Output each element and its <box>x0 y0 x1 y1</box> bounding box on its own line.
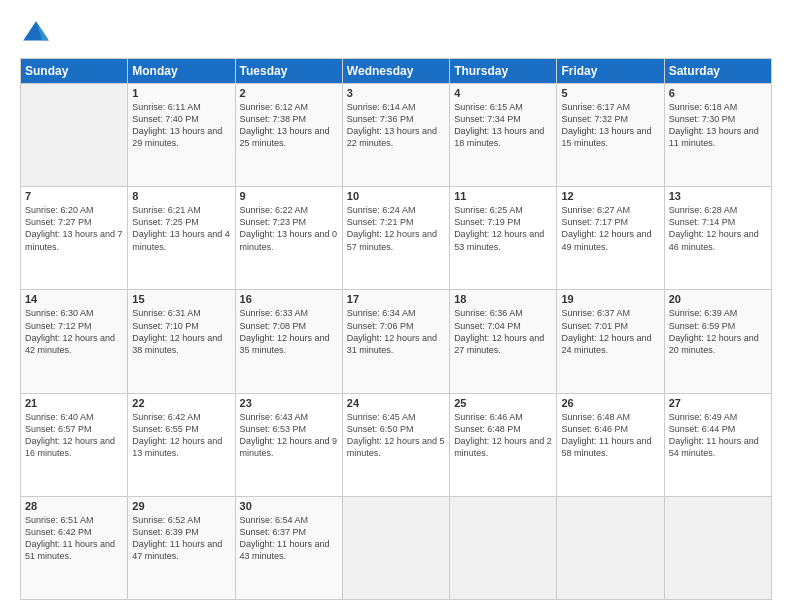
calendar-cell: 26Sunrise: 6:48 AMSunset: 6:46 PMDayligh… <box>557 393 664 496</box>
calendar-cell: 9Sunrise: 6:22 AMSunset: 7:23 PMDaylight… <box>235 187 342 290</box>
weekday-header: Saturday <box>664 59 771 84</box>
calendar-week-row: 21Sunrise: 6:40 AMSunset: 6:57 PMDayligh… <box>21 393 772 496</box>
cell-details: Sunrise: 6:28 AMSunset: 7:14 PMDaylight:… <box>669 204 767 253</box>
cell-details: Sunrise: 6:39 AMSunset: 6:59 PMDaylight:… <box>669 307 767 356</box>
calendar-cell <box>342 496 449 599</box>
calendar-week-row: 1Sunrise: 6:11 AMSunset: 7:40 PMDaylight… <box>21 84 772 187</box>
calendar-cell: 20Sunrise: 6:39 AMSunset: 6:59 PMDayligh… <box>664 290 771 393</box>
cell-details: Sunrise: 6:20 AMSunset: 7:27 PMDaylight:… <box>25 204 123 253</box>
calendar-cell: 24Sunrise: 6:45 AMSunset: 6:50 PMDayligh… <box>342 393 449 496</box>
calendar-cell: 5Sunrise: 6:17 AMSunset: 7:32 PMDaylight… <box>557 84 664 187</box>
cell-details: Sunrise: 6:30 AMSunset: 7:12 PMDaylight:… <box>25 307 123 356</box>
calendar-cell: 1Sunrise: 6:11 AMSunset: 7:40 PMDaylight… <box>128 84 235 187</box>
calendar-cell: 13Sunrise: 6:28 AMSunset: 7:14 PMDayligh… <box>664 187 771 290</box>
cell-details: Sunrise: 6:36 AMSunset: 7:04 PMDaylight:… <box>454 307 552 356</box>
day-number: 6 <box>669 87 767 99</box>
day-number: 14 <box>25 293 123 305</box>
cell-details: Sunrise: 6:24 AMSunset: 7:21 PMDaylight:… <box>347 204 445 253</box>
logo-icon <box>20 18 52 50</box>
calendar-cell: 22Sunrise: 6:42 AMSunset: 6:55 PMDayligh… <box>128 393 235 496</box>
cell-details: Sunrise: 6:27 AMSunset: 7:17 PMDaylight:… <box>561 204 659 253</box>
cell-details: Sunrise: 6:25 AMSunset: 7:19 PMDaylight:… <box>454 204 552 253</box>
cell-details: Sunrise: 6:42 AMSunset: 6:55 PMDaylight:… <box>132 411 230 460</box>
calendar-cell: 7Sunrise: 6:20 AMSunset: 7:27 PMDaylight… <box>21 187 128 290</box>
calendar-cell: 3Sunrise: 6:14 AMSunset: 7:36 PMDaylight… <box>342 84 449 187</box>
calendar-cell: 17Sunrise: 6:34 AMSunset: 7:06 PMDayligh… <box>342 290 449 393</box>
weekday-header: Sunday <box>21 59 128 84</box>
day-number: 23 <box>240 397 338 409</box>
calendar-cell: 23Sunrise: 6:43 AMSunset: 6:53 PMDayligh… <box>235 393 342 496</box>
page: SundayMondayTuesdayWednesdayThursdayFrid… <box>0 0 792 612</box>
day-number: 3 <box>347 87 445 99</box>
cell-details: Sunrise: 6:45 AMSunset: 6:50 PMDaylight:… <box>347 411 445 460</box>
weekday-header: Thursday <box>450 59 557 84</box>
calendar-cell: 2Sunrise: 6:12 AMSunset: 7:38 PMDaylight… <box>235 84 342 187</box>
day-number: 9 <box>240 190 338 202</box>
day-number: 28 <box>25 500 123 512</box>
calendar-cell <box>450 496 557 599</box>
logo <box>20 18 56 50</box>
calendar-cell <box>664 496 771 599</box>
cell-details: Sunrise: 6:37 AMSunset: 7:01 PMDaylight:… <box>561 307 659 356</box>
cell-details: Sunrise: 6:46 AMSunset: 6:48 PMDaylight:… <box>454 411 552 460</box>
day-number: 27 <box>669 397 767 409</box>
day-number: 26 <box>561 397 659 409</box>
day-number: 22 <box>132 397 230 409</box>
weekday-header: Tuesday <box>235 59 342 84</box>
day-number: 8 <box>132 190 230 202</box>
cell-details: Sunrise: 6:22 AMSunset: 7:23 PMDaylight:… <box>240 204 338 253</box>
calendar-cell: 15Sunrise: 6:31 AMSunset: 7:10 PMDayligh… <box>128 290 235 393</box>
calendar-week-row: 28Sunrise: 6:51 AMSunset: 6:42 PMDayligh… <box>21 496 772 599</box>
day-number: 24 <box>347 397 445 409</box>
calendar-cell: 4Sunrise: 6:15 AMSunset: 7:34 PMDaylight… <box>450 84 557 187</box>
cell-details: Sunrise: 6:49 AMSunset: 6:44 PMDaylight:… <box>669 411 767 460</box>
calendar-week-row: 14Sunrise: 6:30 AMSunset: 7:12 PMDayligh… <box>21 290 772 393</box>
cell-details: Sunrise: 6:11 AMSunset: 7:40 PMDaylight:… <box>132 101 230 150</box>
cell-details: Sunrise: 6:12 AMSunset: 7:38 PMDaylight:… <box>240 101 338 150</box>
day-number: 4 <box>454 87 552 99</box>
day-number: 30 <box>240 500 338 512</box>
day-number: 5 <box>561 87 659 99</box>
day-number: 15 <box>132 293 230 305</box>
weekday-header: Monday <box>128 59 235 84</box>
day-number: 21 <box>25 397 123 409</box>
calendar-cell: 30Sunrise: 6:54 AMSunset: 6:37 PMDayligh… <box>235 496 342 599</box>
calendar-cell: 6Sunrise: 6:18 AMSunset: 7:30 PMDaylight… <box>664 84 771 187</box>
cell-details: Sunrise: 6:40 AMSunset: 6:57 PMDaylight:… <box>25 411 123 460</box>
day-number: 16 <box>240 293 338 305</box>
day-number: 12 <box>561 190 659 202</box>
day-number: 13 <box>669 190 767 202</box>
day-number: 7 <box>25 190 123 202</box>
calendar-cell: 21Sunrise: 6:40 AMSunset: 6:57 PMDayligh… <box>21 393 128 496</box>
calendar-cell: 10Sunrise: 6:24 AMSunset: 7:21 PMDayligh… <box>342 187 449 290</box>
cell-details: Sunrise: 6:33 AMSunset: 7:08 PMDaylight:… <box>240 307 338 356</box>
day-number: 20 <box>669 293 767 305</box>
calendar-cell: 16Sunrise: 6:33 AMSunset: 7:08 PMDayligh… <box>235 290 342 393</box>
cell-details: Sunrise: 6:17 AMSunset: 7:32 PMDaylight:… <box>561 101 659 150</box>
calendar-cell: 29Sunrise: 6:52 AMSunset: 6:39 PMDayligh… <box>128 496 235 599</box>
calendar-cell: 28Sunrise: 6:51 AMSunset: 6:42 PMDayligh… <box>21 496 128 599</box>
cell-details: Sunrise: 6:51 AMSunset: 6:42 PMDaylight:… <box>25 514 123 563</box>
cell-details: Sunrise: 6:43 AMSunset: 6:53 PMDaylight:… <box>240 411 338 460</box>
calendar-cell: 19Sunrise: 6:37 AMSunset: 7:01 PMDayligh… <box>557 290 664 393</box>
calendar-cell <box>21 84 128 187</box>
calendar-cell <box>557 496 664 599</box>
weekday-header-row: SundayMondayTuesdayWednesdayThursdayFrid… <box>21 59 772 84</box>
calendar-week-row: 7Sunrise: 6:20 AMSunset: 7:27 PMDaylight… <box>21 187 772 290</box>
day-number: 1 <box>132 87 230 99</box>
weekday-header: Friday <box>557 59 664 84</box>
calendar-cell: 11Sunrise: 6:25 AMSunset: 7:19 PMDayligh… <box>450 187 557 290</box>
cell-details: Sunrise: 6:34 AMSunset: 7:06 PMDaylight:… <box>347 307 445 356</box>
day-number: 19 <box>561 293 659 305</box>
day-number: 17 <box>347 293 445 305</box>
weekday-header: Wednesday <box>342 59 449 84</box>
calendar-cell: 12Sunrise: 6:27 AMSunset: 7:17 PMDayligh… <box>557 187 664 290</box>
day-number: 10 <box>347 190 445 202</box>
calendar-cell: 18Sunrise: 6:36 AMSunset: 7:04 PMDayligh… <box>450 290 557 393</box>
day-number: 29 <box>132 500 230 512</box>
cell-details: Sunrise: 6:18 AMSunset: 7:30 PMDaylight:… <box>669 101 767 150</box>
header <box>20 18 772 50</box>
calendar-cell: 8Sunrise: 6:21 AMSunset: 7:25 PMDaylight… <box>128 187 235 290</box>
cell-details: Sunrise: 6:14 AMSunset: 7:36 PMDaylight:… <box>347 101 445 150</box>
calendar-table: SundayMondayTuesdayWednesdayThursdayFrid… <box>20 58 772 600</box>
